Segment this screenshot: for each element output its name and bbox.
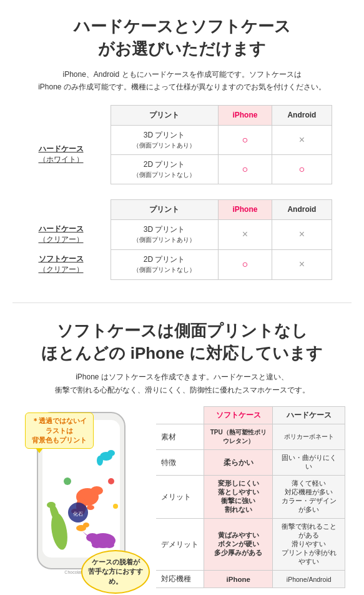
col-iphone-header-2: iPhone [218,199,272,219]
compare-row-feature: 特徴 柔らかい 固い・曲がりにくい [156,450,345,476]
col-iphone-header-1: iPhone [218,105,272,125]
2d-white-iphone: ○ [218,154,272,184]
compare-row-merit: メリット 変形しにくい落としやすい衝撃に強い割れない 薄くて軽い対応機種が多いカ… [156,476,345,519]
soft-models: iPhone [204,571,273,588]
hard-material: ポリカーボネート [273,424,345,450]
compare-table-area: ソフトケース ハードケース 素材 TPU（熱可塑性ポリウレタン） ポリカーボネー… [156,406,345,595]
compare-table: ソフトケース ハードケース 素材 TPU（熱可塑性ポリウレタン） ポリカーボネー… [156,406,345,588]
label-feature: 特徴 [156,450,204,476]
col-hard-header: ハードケース [273,407,345,424]
compare-empty-header [156,407,204,424]
soft-demerit: 黄ばみやすいボタンが硬い多少厚みがある [204,519,273,571]
compare-row-material: 素材 TPU（熱可塑性ポリウレタン） ポリカーボネート [156,424,345,450]
table-row: ハードケース（クリアー） ソフトケース（クリアー） 3D プリント（側面プリント… [32,219,332,249]
2d-clear-iphone: ○ [218,249,272,279]
soft-merit: 変形しにくい落としやすい衝撃に強い割れない [204,476,273,519]
col-print-header-2: プリント [111,199,218,219]
section-divider [12,302,352,303]
section1-subtitle: iPhone、Android ともにハードケースを作成可能です。ソフトケースはi… [12,68,352,94]
svg-text:化石: 化石 [73,511,83,517]
section2-title: ソフトケースは側面プリントなしほとんどの iPhone に対応しています [12,319,352,365]
print-3d-white: 3D プリント（側面プリントあり） [111,125,218,154]
compare-header-row: ソフトケース ハードケース [156,407,345,424]
section2-subtitle: iPhone はソフトケースを作成できます。ハードケースと違い、衝撃で割れる心配… [12,371,352,396]
soft-bubble: ケースの脱着が苦手な方におすすめ。 [81,550,150,594]
svg-point-22 [104,542,114,548]
hard-white-label: ハードケース（ホワイト） [32,125,111,184]
svg-point-28 [64,478,71,485]
hard-feature: 固い・曲がりにくい [273,450,345,476]
svg-point-20 [86,533,99,542]
phone-area: ＊透過ではないイラストは背景色もプリント [19,406,150,595]
svg-point-29 [108,478,114,484]
svg-point-15 [87,505,94,510]
label-material: 素材 [156,424,204,450]
print-2d-white: 2D プリント（側面プリントなし） [111,154,218,184]
3d-clear-android: × [272,219,332,249]
compare-row-demerit: デメリット 黄ばみやすいボタンが硬い多少厚みがある 衝撃で割れることがある滑りや… [156,519,345,571]
svg-point-10 [47,502,56,508]
svg-point-23 [92,542,102,548]
soft-feature: 柔らかい [204,450,273,476]
svg-point-18 [97,456,103,466]
3d-white-iphone: ○ [218,125,272,154]
compare-row-models: 対応機種 iPhone iPhone/Android [156,571,345,588]
table2-area: プリント iPhone Android ハードケース（クリアー） ソフトケース（… [12,199,352,280]
col-print-header: プリント [111,105,218,125]
label-models: 対応機種 [156,571,204,588]
empty-header-2 [32,199,111,219]
col-soft-header: ソフトケース [204,407,273,424]
label-demerit: デメリット [156,519,204,571]
2d-clear-android: × [272,249,332,279]
hard-merit: 薄くて軽い対応機種が多いカラー・デザインが多い [273,476,345,519]
2d-white-android: ○ [272,154,332,184]
bottom-content: ＊透過ではないイラストは背景色もプリント [12,406,352,595]
phone-img-wrapper: ＊透過ではないイラストは背景色もプリント [19,406,144,581]
hard-clear-soft-clear-label: ハードケース（クリアー） ソフトケース（クリアー） [32,219,111,279]
soft-material: TPU（熱可塑性ポリウレタン） [204,424,273,450]
label-merit: メリット [156,476,204,519]
3d-clear-iphone: × [218,219,272,249]
hard-demerit: 衝撃で割れることがある滑りやすいプリントが剥がれやすい [273,519,345,571]
case-table-2: プリント iPhone Android ハードケース（クリアー） ソフトケース（… [32,199,332,280]
section1-title: ハードケースとソフトケースがお選びいただけます [12,15,352,61]
3d-white-android: × [272,125,332,154]
table-row: ハードケース（ホワイト） 3D プリント（側面プリントあり） ○ × [32,125,332,154]
empty-header [32,105,111,125]
svg-point-25 [83,522,89,528]
section1: ハードケースとソフトケースがお選びいただけます iPhone、Android と… [0,0,364,296]
bubble-note: ＊透過ではないイラストは背景色もプリント [25,412,94,449]
hard-models: iPhone/Android [273,571,345,588]
svg-point-30 [113,504,118,509]
col-android-header-1: Android [272,105,332,125]
section2: ソフトケースは側面プリントなしほとんどの iPhone に対応しています iPh… [0,309,364,595]
table1-area: プリント iPhone Android ハードケース（ホワイト） 3D プリント… [12,105,352,184]
svg-point-17 [107,450,115,456]
svg-point-12 [91,486,103,495]
col-android-header-2: Android [272,199,332,219]
print-3d-clear: 3D プリント（側面プリントあり） [111,219,218,249]
case-table-1: プリント iPhone Android ハードケース（ホワイト） 3D プリント… [32,105,332,184]
print-2d-clear: 2D プリント（側面プリントなし） [111,249,218,279]
